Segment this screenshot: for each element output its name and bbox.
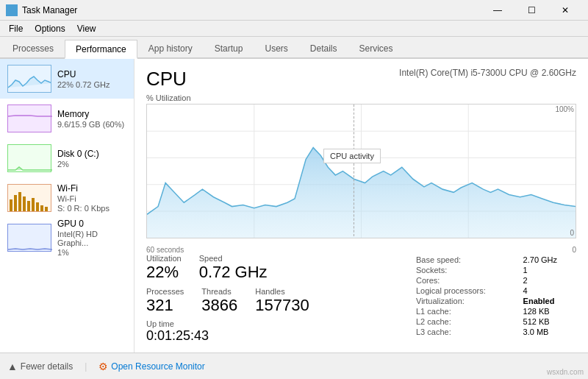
spec-l1: L1 cache: 128 KB [416,307,575,316]
stat-row-1: Utilization 22% Speed 0.72 GHz [146,254,415,282]
menu-options[interactable]: Options [29,22,71,35]
tab-users[interactable]: Users [254,38,298,57]
svg-rect-11 [40,205,43,211]
sidebar-item-wifi[interactable]: Wi-Fi Wi-Fi S: 0 R: 0 Kbps [0,178,134,218]
sidebar-item-gpu[interactable]: GPU 0 Intel(R) HD Graphi... 1% [0,218,134,258]
stat-row-2: Processes 321 Threads 3866 Handles 15773… [146,287,415,315]
sidebar: CPU 22% 0.72 GHz Memory 9.6/15.9 GB (60%… [0,59,135,353]
cpu-chart: 100% 0 [146,104,576,238]
memory-title: Memory [57,109,128,119]
tab-startup[interactable]: Startup [204,38,254,57]
wifi-title: Wi-Fi [57,183,128,194]
tab-details[interactable]: Details [299,38,348,57]
menu-file[interactable]: File [3,22,29,35]
tab-bar: Processes Performance App history Startu… [0,37,588,59]
memory-mini-graph [7,105,51,132]
fewer-details-icon: ▲ [7,361,18,372]
wifi-subtitle1: Wi-Fi [57,194,128,203]
stats-left: Utilization 22% Speed 0.72 GHz Processes… [146,254,415,344]
tab-app-history[interactable]: App history [137,38,204,57]
tab-performance[interactable]: Performance [65,40,137,59]
svg-rect-6 [18,192,21,211]
svg-rect-3 [12,11,16,15]
sidebar-item-disk[interactable]: Disk 0 (C:) 2% [0,138,134,178]
bottom-bar: ▲ Fewer details | ⚙ Open Resource Monito… [0,353,588,379]
spec-table: Base speed: 2.70 GHz Sockets: 1 Cores: 2… [415,254,576,338]
svg-rect-9 [32,198,35,211]
memory-subtitle: 9.6/15.9 GB (60%) [57,120,128,129]
maximize-button[interactable]: ☐ [514,0,548,21]
wifi-sidebar-info: Wi-Fi Wi-Fi S: 0 R: 0 Kbps [57,183,128,213]
svg-rect-7 [23,196,26,211]
watermark: wsxdn.com [547,368,584,376]
panel-title: CPU [146,68,187,91]
disk-title: Disk 0 (C:) [57,149,128,159]
spec-l2: L2 cache: 512 KB [416,317,575,326]
wifi-mini-graph [7,184,51,212]
main-content: CPU 22% 0.72 GHz Memory 9.6/15.9 GB (60%… [0,59,588,353]
title-bar: Task Manager — ☐ ✕ [0,0,588,21]
svg-rect-0 [7,6,11,10]
right-panel: CPU Intel(R) Core(TM) i5-7300U CPU @ 2.6… [135,59,588,353]
app-icon [6,4,18,16]
time-label: 60 seconds [146,246,184,254]
open-resource-monitor-link[interactable]: ⚙ Open Resource Monitor [98,361,204,372]
tab-services[interactable]: Services [348,38,404,57]
svg-rect-2 [7,11,11,15]
svg-rect-8 [27,201,30,211]
chart-labels: 60 seconds 0 [146,246,576,254]
svg-rect-5 [14,195,17,211]
stats-right: Base speed: 2.70 GHz Sockets: 1 Cores: 2… [415,254,576,344]
wifi-subtitle2: S: 0 R: 0 Kbps [57,204,128,213]
sidebar-item-memory[interactable]: Memory 9.6/15.9 GB (60%) [0,99,134,138]
cpu-subtitle: 22% 0.72 GHz [57,80,128,89]
spec-cores: Cores: 2 [416,276,575,285]
disk-subtitle: 2% [57,160,128,169]
tab-processes[interactable]: Processes [1,38,65,57]
processes-stat: Processes 321 [146,287,184,315]
monitor-label: Open Resource Monitor [111,361,204,372]
spec-virtualization: Virtualization: Enabled [416,297,575,305]
zero-time-label: 0 [572,246,576,254]
monitor-icon: ⚙ [98,361,108,372]
cpu-mini-graph [7,65,51,93]
svg-rect-10 [36,202,39,211]
sidebar-item-cpu[interactable]: CPU 22% 0.72 GHz [0,59,134,99]
gpu-subtitle2: 1% [57,248,128,257]
svg-rect-4 [10,199,12,211]
window-controls: — ☐ ✕ [481,0,582,21]
utilization-stat: Utilization 22% [146,254,182,282]
minimize-button[interactable]: — [481,0,514,21]
spec-base-speed: Base speed: 2.70 GHz [416,255,575,264]
memory-sidebar-info: Memory 9.6/15.9 GB (60%) [57,109,128,129]
disk-sidebar-info: Disk 0 (C:) 2% [57,149,128,169]
gpu-subtitle1: Intel(R) HD Graphi... [57,230,128,247]
threads-stat: Threads 3866 [201,287,237,315]
menu-view[interactable]: View [71,22,102,35]
spec-logical: Logical processors: 4 [416,286,575,295]
percent-max-label: 100% [555,105,574,113]
disk-mini-graph [7,144,51,172]
fewer-details-label: Fewer details [21,361,73,372]
zero-label: 0 [570,229,574,237]
stats-container: Utilization 22% Speed 0.72 GHz Processes… [146,254,576,344]
fewer-details-button[interactable]: ▲ Fewer details [7,361,73,372]
cpu-sidebar-info: CPU 22% 0.72 GHz [57,69,128,89]
window-title: Task Manager [22,5,77,15]
svg-rect-12 [45,207,48,211]
gpu-mini-graph [7,224,51,252]
close-button[interactable]: ✕ [548,0,582,21]
utilization-label: % Utilization [146,93,576,102]
gpu-sidebar-info: GPU 0 Intel(R) HD Graphi... 1% [57,219,128,257]
spec-l3: L3 cache: 3.0 MB [416,327,575,336]
svg-rect-1 [12,6,16,10]
uptime-block: Up time 0:01:25:43 [146,319,415,344]
separator: | [85,361,87,372]
gpu-title: GPU 0 [57,219,128,229]
menu-bar: File Options View [0,21,588,37]
spec-sockets: Sockets: 1 [416,266,575,274]
speed-stat: Speed 0.72 GHz [199,254,268,282]
handles-stat: Handles 157730 [255,287,309,315]
cpu-model-name: Intel(R) Core(TM) i5-7300U CPU @ 2.60GHz [399,68,576,78]
cpu-title: CPU [57,69,128,79]
